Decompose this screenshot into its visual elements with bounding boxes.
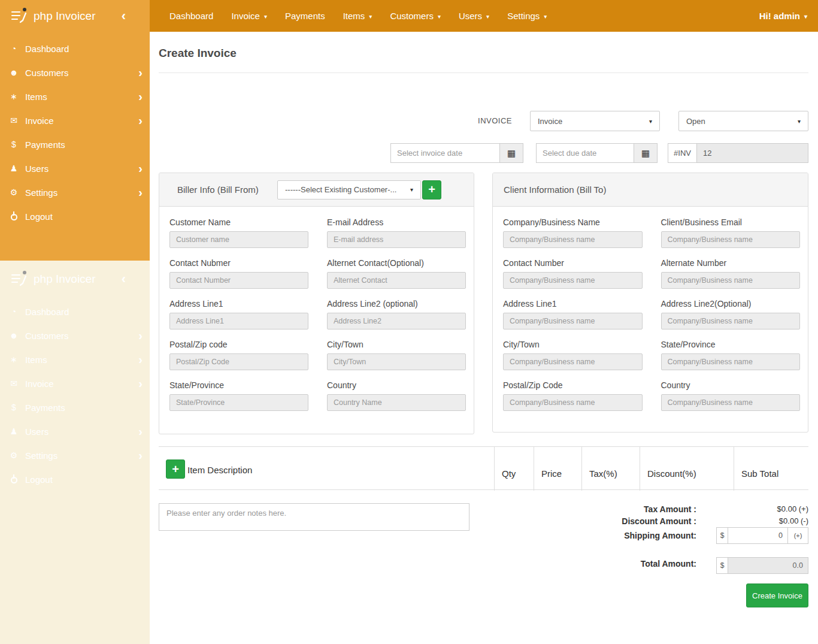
caret-down-icon: ▾ (369, 13, 372, 20)
shipping-amount-group: $ (+) (716, 527, 808, 544)
client-contact-input[interactable] (503, 272, 643, 289)
sidebar-item-invoice[interactable]: ✉ Invoice › (0, 108, 150, 132)
field-customer-name: Customer Name (169, 217, 308, 248)
email-address-input[interactable] (327, 231, 466, 248)
field-label: Country (661, 380, 801, 390)
sidebar-item-items[interactable]: ∗ Items › (0, 347, 150, 371)
sidebar-item-invoice[interactable]: ✉ Invoice › (0, 371, 150, 395)
sidebar-item-customers[interactable]: ☻ Customers › (0, 61, 150, 84)
sidebar-item-dashboard[interactable]: ◔ Dashboard (0, 37, 150, 61)
field-client-postal: Postal/Zip Code (503, 380, 643, 411)
field-label: Address Line1 (503, 299, 643, 309)
calendar-icon[interactable]: ▦ (500, 143, 523, 163)
nav-label: Dashboard (169, 11, 213, 21)
field-label: Alternate Number (661, 258, 801, 268)
client-city-input[interactable] (503, 353, 643, 370)
calendar-icon[interactable]: ▦ (634, 143, 658, 163)
nav-label: Users (459, 11, 482, 21)
country-input[interactable] (327, 394, 466, 411)
field-client-contact: Contact Number (503, 258, 643, 289)
postal-code-input[interactable] (169, 353, 308, 370)
sidebar-item-label: Invoice (25, 116, 54, 126)
nav-dashboard[interactable]: Dashboard (160, 0, 222, 32)
shipping-amount-input[interactable] (728, 527, 788, 544)
city-town-input[interactable] (327, 353, 466, 370)
biller-panel-title: Biller Info (Bill From) (177, 185, 259, 195)
sidebar-item-customers[interactable]: ☻ Customers › (0, 323, 150, 347)
field-label: Address Line1 (169, 299, 308, 309)
select-value: Invoice (538, 117, 562, 126)
client-alternate-input[interactable] (661, 272, 801, 289)
field-label: E-mail Address (327, 217, 466, 227)
invoice-number-input[interactable] (696, 143, 808, 163)
chevron-left-icon[interactable]: ‹ (122, 273, 126, 286)
sidebar-item-dashboard[interactable]: ◔ Dashboard (0, 300, 150, 323)
sidebar-item-logout[interactable]: Logout (0, 204, 150, 228)
column-price: Price (534, 447, 581, 491)
nav-users[interactable]: Users ▾ (450, 0, 498, 32)
settings-icon: ⚙ (8, 451, 19, 460)
sidebar-item-label: Dashboard (25, 307, 69, 317)
chevron-right-icon: › (138, 329, 143, 341)
invoice-status-select[interactable]: Open ▾ (678, 111, 808, 131)
caret-down-icon: ▾ (486, 13, 489, 20)
client-country-input[interactable] (661, 394, 801, 411)
state-province-input[interactable] (169, 394, 308, 411)
sidebar-item-payments[interactable]: $ Payments (0, 132, 150, 156)
sidebar-item-users[interactable]: ♟ Users › (0, 419, 150, 443)
field-client-address1: Address Line1 (503, 299, 643, 329)
field-label: Client/Business Email (661, 217, 801, 227)
items-table-header: + Item Description Qty Price Tax(%) Disc… (159, 446, 808, 490)
app-logo: php Invoicer ‹ (0, 0, 150, 32)
create-invoice-button[interactable]: Create Invoice (746, 583, 808, 607)
nav-payments[interactable]: Payments (276, 0, 334, 32)
client-postal-input[interactable] (503, 394, 643, 411)
order-notes-input[interactable] (159, 503, 469, 531)
plus-icon: + (172, 462, 179, 476)
currency-symbol: $ (716, 527, 728, 544)
alternate-contact-input[interactable] (327, 272, 466, 289)
client-email-input[interactable] (661, 231, 801, 248)
field-company-name: Company/Business Name (503, 217, 643, 248)
address-line2-input[interactable] (327, 313, 466, 329)
add-customer-button[interactable]: + (422, 180, 441, 199)
dashboard-icon: ◔ (8, 44, 19, 53)
sidebar-item-settings[interactable]: ⚙ Settings › (0, 443, 150, 467)
due-date-input[interactable] (536, 143, 634, 163)
client-company-name-input[interactable] (503, 231, 643, 248)
chevron-right-icon: › (138, 425, 143, 437)
apply-shipping-button[interactable]: (+) (788, 527, 808, 544)
field-client-alternate: Alternate Number (661, 258, 801, 289)
sidebar-item-settings[interactable]: ⚙ Settings › (0, 180, 150, 204)
nav-invoice[interactable]: Invoice ▾ (222, 0, 276, 32)
sidebar-item-label: Settings (25, 451, 57, 461)
client-state-input[interactable] (661, 353, 801, 370)
invoice-number-label: #INV (668, 143, 696, 163)
sidebar-item-users[interactable]: ♟ Users › (0, 156, 150, 180)
chevron-left-icon[interactable]: ‹ (122, 10, 126, 23)
client-address1-input[interactable] (503, 313, 643, 329)
customers-icon: ☻ (8, 331, 19, 340)
nav-settings[interactable]: Settings ▾ (498, 0, 556, 32)
sidebar-item-items[interactable]: ∗ Items › (0, 84, 150, 108)
sidebar-item-payments[interactable]: $ Payments (0, 395, 150, 419)
add-item-button[interactable]: + (166, 459, 185, 479)
nav-label: Invoice (231, 11, 260, 21)
field-label: Address Line2 (optional) (327, 299, 466, 309)
invoice-type-select[interactable]: Invoice ▾ (530, 111, 660, 131)
total-amount-input[interactable] (728, 557, 808, 574)
app-title: php Invoicer (34, 10, 96, 23)
settings-icon: ⚙ (8, 188, 19, 197)
nav-customers[interactable]: Customers ▾ (381, 0, 450, 32)
nav-items[interactable]: Items ▾ (334, 0, 381, 32)
invoice-number-group: #INV (668, 143, 808, 163)
nav-user-menu[interactable]: Hi! admin ▾ (750, 0, 818, 32)
contact-number-input[interactable] (169, 272, 308, 289)
sidebar-item-logout[interactable]: Logout (0, 467, 150, 491)
client-address2-input[interactable] (661, 313, 801, 329)
customer-name-input[interactable] (169, 231, 308, 248)
discount-amount-value: $0.00 (-) (779, 516, 808, 525)
existing-customer-select[interactable]: ------Select Existing Customer-... ▾ (277, 180, 421, 199)
address-line1-input[interactable] (169, 313, 308, 329)
invoice-date-input[interactable] (390, 143, 500, 163)
